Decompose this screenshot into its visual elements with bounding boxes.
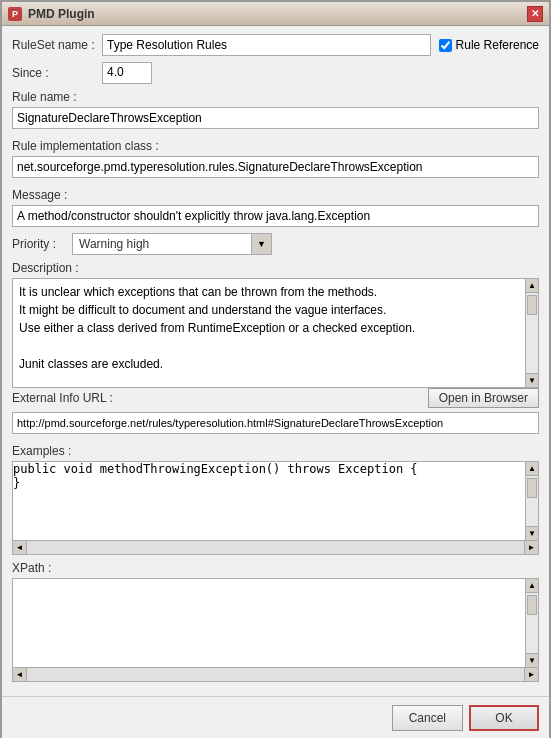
- rule-impl-label: Rule implementation class :: [12, 139, 539, 153]
- examples-hscroll-left[interactable]: ◄: [13, 541, 27, 554]
- priority-value: Warning high: [73, 235, 251, 253]
- close-button[interactable]: ✕: [527, 6, 543, 22]
- description-scroll-down[interactable]: ▼: [526, 373, 538, 387]
- examples-content: public void methodThrowingException() th…: [13, 462, 525, 490]
- external-info-label: External Info URL :: [12, 391, 113, 405]
- priority-select[interactable]: Warning high ▼: [72, 233, 272, 255]
- description-scroll-thumb[interactable]: [527, 295, 537, 315]
- xpath-scroll-area: ▲ ▼: [12, 578, 539, 668]
- rule-reference-label: Rule Reference: [456, 38, 539, 52]
- xpath-label: XPath :: [12, 561, 539, 575]
- cancel-button[interactable]: Cancel: [392, 705, 463, 731]
- xpath-container: ▲ ▼ ◄ ►: [12, 578, 539, 682]
- since-row: Since : 4.0: [12, 62, 539, 84]
- xpath-vscrollbar: ▲ ▼: [525, 578, 539, 668]
- form-content: RuleSet name : Rule Reference Since : 4.…: [2, 26, 549, 696]
- open-browser-button[interactable]: Open in Browser: [428, 388, 539, 408]
- examples-hscroll-track: [27, 541, 524, 554]
- rule-name-label: Rule name :: [12, 90, 539, 104]
- examples-vscrollbar: ▲ ▼: [525, 461, 539, 541]
- description-vscrollbar: ▲ ▼: [525, 278, 539, 388]
- xpath-hscrollbar: ◄ ►: [12, 668, 539, 682]
- footer-buttons: Cancel OK: [2, 696, 549, 738]
- rule-name-input[interactable]: [12, 107, 539, 129]
- since-value: 4.0: [102, 62, 152, 84]
- ruleset-name-input[interactable]: [102, 34, 431, 56]
- ruleset-name-label: RuleSet name :: [12, 38, 102, 52]
- xpath-hscroll-track: [27, 668, 524, 681]
- description-textarea[interactable]: It is unclear which exceptions that can …: [12, 278, 525, 388]
- examples-scroll-down[interactable]: ▼: [526, 526, 538, 540]
- examples-hscroll-right[interactable]: ►: [524, 541, 538, 554]
- external-info-row: External Info URL : Open in Browser: [12, 388, 539, 408]
- pmd-icon: P: [8, 7, 22, 21]
- rule-reference-checkbox[interactable]: [439, 39, 452, 52]
- priority-label: Priority :: [12, 237, 72, 251]
- xpath-scroll-thumb[interactable]: [527, 595, 537, 615]
- priority-dropdown-arrow[interactable]: ▼: [251, 234, 271, 254]
- title-bar: P PMD Plugin ✕: [2, 2, 549, 26]
- description-container: It is unclear which exceptions that can …: [12, 278, 539, 388]
- xpath-text-area[interactable]: [12, 578, 525, 668]
- examples-scroll-thumb[interactable]: [527, 478, 537, 498]
- xpath-scroll-up[interactable]: ▲: [526, 579, 538, 593]
- rule-reference-wrapper: Rule Reference: [439, 38, 539, 52]
- priority-row: Priority : Warning high ▼: [12, 233, 539, 255]
- external-url-input[interactable]: [12, 412, 539, 434]
- since-label: Since :: [12, 66, 102, 80]
- description-scroll-up[interactable]: ▲: [526, 279, 538, 293]
- examples-hscrollbar: ◄ ►: [12, 541, 539, 555]
- examples-label: Examples :: [12, 444, 539, 458]
- xpath-hscroll-right[interactable]: ►: [524, 668, 538, 681]
- xpath-hscroll-left[interactable]: ◄: [13, 668, 27, 681]
- title-bar-left: P PMD Plugin: [8, 7, 95, 21]
- pmd-plugin-window: P PMD Plugin ✕ RuleSet name : Rule Refer…: [0, 0, 551, 738]
- examples-scroll-area: public void methodThrowingException() th…: [12, 461, 539, 541]
- message-label: Message :: [12, 188, 539, 202]
- examples-scroll-up[interactable]: ▲: [526, 462, 538, 476]
- message-input[interactable]: [12, 205, 539, 227]
- examples-container: public void methodThrowingException() th…: [12, 461, 539, 555]
- description-label: Description :: [12, 261, 539, 275]
- window-title: PMD Plugin: [28, 7, 95, 21]
- xpath-scroll-down[interactable]: ▼: [526, 653, 538, 667]
- examples-text-area[interactable]: public void methodThrowingException() th…: [12, 461, 525, 541]
- ok-button[interactable]: OK: [469, 705, 539, 731]
- rule-impl-input[interactable]: [12, 156, 539, 178]
- ruleset-name-row: RuleSet name : Rule Reference: [12, 34, 539, 56]
